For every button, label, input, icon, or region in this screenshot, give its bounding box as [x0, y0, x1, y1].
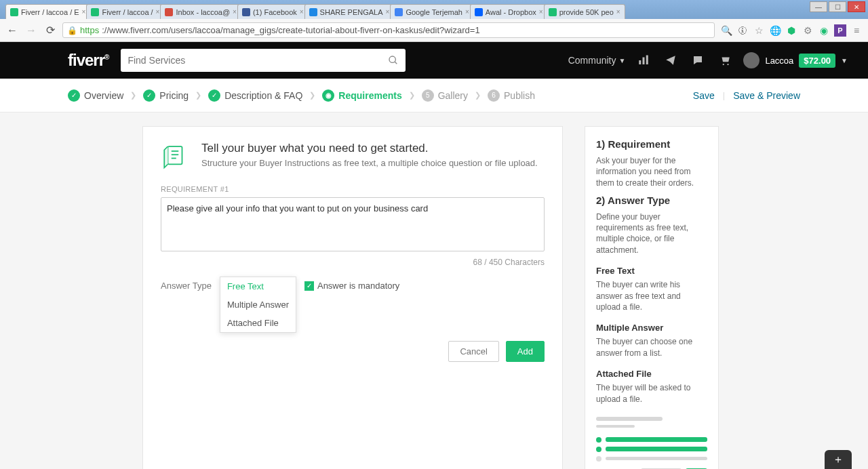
mandatory-checkbox[interactable]: ✓ Answer is mandatory: [304, 277, 399, 291]
help-subheading: Attached File: [596, 368, 707, 380]
reload-button[interactable]: ⟳: [43, 24, 57, 37]
chevron-right-icon: ❯: [475, 91, 481, 100]
cart-icon[interactable]: [719, 54, 731, 66]
step-overview[interactable]: ✓Overview: [68, 89, 123, 102]
step-requirements[interactable]: ◉Requirements: [322, 89, 401, 102]
username: Laccoa: [765, 56, 793, 66]
close-icon[interactable]: ×: [82, 8, 86, 16]
close-icon[interactable]: ×: [539, 8, 543, 16]
search-input[interactable]: [121, 55, 381, 66]
window-controls: — ☐ ✕: [810, 1, 865, 12]
zoom-icon[interactable]: 🔍: [720, 24, 732, 37]
chevron-down-icon: ▼: [841, 57, 848, 64]
help-subheading: Free Text: [596, 265, 707, 277]
svg-point-5: [723, 64, 724, 65]
address-bar: ← → ⟳ 🔒 https://www.fiverr.com/users/lac…: [0, 19, 868, 42]
menu-icon[interactable]: ≡: [850, 24, 863, 37]
chevron-right-icon: ❯: [195, 91, 201, 100]
feedback-tab[interactable]: ＋: [825, 450, 852, 469]
browser-tab[interactable]: Fiverr / laccoa / E×: [5, 4, 90, 19]
svg-point-6: [728, 64, 729, 65]
chevron-right-icon: ❯: [130, 91, 136, 100]
toolbar-icons: 🔍 🛈 ☆ 🌐 ⬢ ⚙ ◉ P ≡: [720, 24, 863, 37]
extension-icon[interactable]: ⬢: [785, 24, 797, 37]
requirement-label: REQUIREMENT #1: [161, 185, 545, 193]
cancel-button[interactable]: Cancel: [448, 341, 498, 362]
site-header: fiverr® Community ▼ Laccoa $72.00 ▼: [0, 42, 868, 79]
lock-icon: 🔒: [67, 26, 77, 35]
answer-type-dropdown[interactable]: Free Text Multiple Answer Attached File: [220, 277, 296, 333]
close-window-button[interactable]: ✕: [848, 1, 865, 12]
svg-rect-2: [639, 60, 642, 64]
option-attached-file[interactable]: Attached File: [220, 314, 296, 332]
browser-tabs: Fiverr / laccoa / E× Fiverr / laccoa /× …: [0, 0, 868, 19]
chevron-right-icon: ❯: [309, 91, 315, 100]
chevron-right-icon: ❯: [409, 91, 415, 100]
extension-icon[interactable]: ⚙: [802, 24, 814, 37]
browser-tab[interactable]: Inbox - laccoa@×: [160, 4, 241, 19]
user-menu[interactable]: Laccoa $72.00 ▼: [743, 52, 848, 68]
close-icon[interactable]: ×: [233, 8, 237, 16]
community-menu[interactable]: Community ▼: [568, 55, 626, 66]
chevron-down-icon: ▼: [619, 57, 626, 64]
analytics-icon[interactable]: [637, 54, 650, 66]
help-subheading: Multiple Answer: [596, 322, 707, 334]
step-pricing[interactable]: ✓Pricing: [143, 89, 189, 102]
svg-point-0: [389, 56, 395, 62]
document-icon: [161, 142, 189, 170]
requirements-card: Tell your buyer what you need to get sta…: [142, 126, 563, 469]
forward-button[interactable]: →: [24, 24, 38, 37]
step-gallery[interactable]: 5Gallery: [422, 89, 468, 102]
svg-rect-3: [643, 58, 645, 65]
card-subtitle: Structure your Buyer Instructions as fre…: [201, 158, 538, 168]
browser-tab[interactable]: provide 50K peo×: [544, 4, 625, 19]
minimize-button[interactable]: —: [810, 1, 827, 12]
browser-tab[interactable]: Awal - Dropbox×: [470, 4, 548, 19]
url-input[interactable]: 🔒 https://www.fiverr.com/users/laccoa/ma…: [62, 22, 715, 38]
step-publish[interactable]: 6Publish: [488, 89, 535, 102]
step-description[interactable]: ✓Description & FAQ: [208, 89, 302, 102]
option-free-text[interactable]: Free Text: [220, 277, 296, 295]
card-title: Tell your buyer what you need to get sta…: [201, 142, 538, 155]
requirement-input[interactable]: [161, 197, 545, 251]
maximize-button[interactable]: ☐: [829, 1, 846, 12]
checkbox-icon: ✓: [304, 281, 314, 291]
messages-icon[interactable]: [692, 54, 704, 66]
save-link[interactable]: Save: [693, 90, 715, 101]
help-sidebar: 1) Requirement Ask your buyer for the in…: [585, 126, 719, 469]
search-box: [121, 49, 406, 72]
close-icon[interactable]: ×: [386, 8, 390, 16]
star-icon[interactable]: ☆: [753, 24, 765, 37]
svg-line-1: [395, 62, 397, 64]
extension-icon[interactable]: 🌐: [769, 24, 781, 37]
help-heading: 2) Answer Type: [596, 194, 707, 207]
help-heading: 1) Requirement: [596, 138, 707, 151]
close-icon[interactable]: ×: [616, 8, 620, 16]
browser-tab[interactable]: Google Terjemah×: [390, 4, 473, 19]
browser-tab[interactable]: (1) Facebook×: [237, 4, 309, 19]
option-multiple-answer[interactable]: Multiple Answer: [220, 295, 296, 314]
close-icon[interactable]: ×: [465, 8, 469, 16]
avatar: [743, 52, 760, 68]
extension-icon[interactable]: ◉: [818, 24, 830, 37]
notifications-icon[interactable]: [665, 54, 677, 66]
back-button[interactable]: ←: [5, 24, 19, 37]
wizard-steps: ✓Overview ❯ ✓Pricing ❯ ✓Description & FA…: [0, 79, 868, 113]
close-icon[interactable]: ×: [156, 8, 160, 16]
logo[interactable]: fiverr®: [68, 51, 108, 70]
browser-tab[interactable]: Fiverr / laccoa /×: [86, 4, 164, 19]
balance-badge: $72.00: [799, 54, 835, 68]
svg-rect-4: [646, 56, 648, 65]
help-illustration: [596, 417, 707, 469]
add-button[interactable]: Add: [506, 341, 545, 362]
search-icon[interactable]: [381, 55, 406, 66]
char-count: 68 / 450 Characters: [161, 258, 545, 267]
answer-type-label: Answer Type: [161, 277, 212, 291]
browser-tab[interactable]: SHARE PENGALA×: [304, 4, 395, 19]
close-icon[interactable]: ×: [300, 8, 304, 16]
translate-icon[interactable]: 🛈: [736, 24, 749, 37]
save-preview-link[interactable]: Save & Preview: [733, 90, 800, 101]
extension-icon[interactable]: P: [834, 24, 846, 37]
